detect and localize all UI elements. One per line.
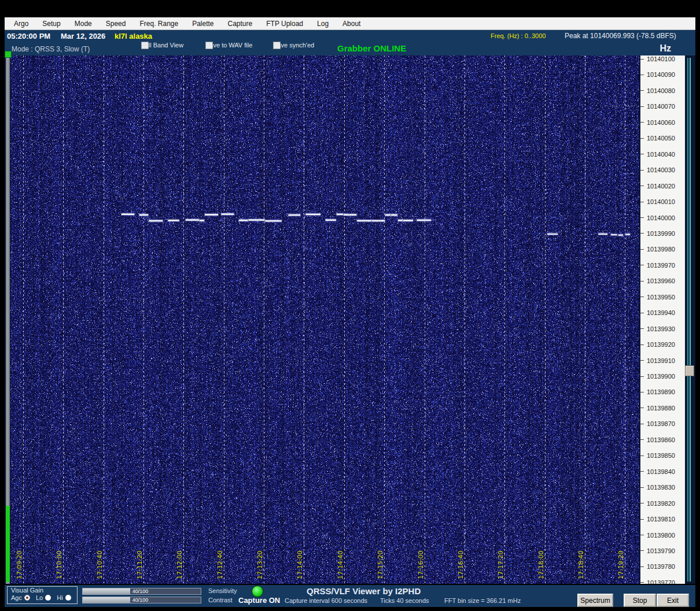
contrast-label: Contrast	[208, 597, 233, 603]
fft-bin-size-label: FFT bin size = 366.21 mHz	[444, 597, 521, 604]
mode-row: Mode : QRSS 3, Slow (T) Full Band View S…	[5, 43, 695, 55]
contrast-slider[interactable]: 40/100	[82, 597, 201, 603]
freq-tick-mark	[640, 106, 644, 107]
freq-value: 10139990	[647, 230, 675, 237]
frequency-scale[interactable]: 1014010010140090101400801014007010140060…	[640, 55, 685, 584]
menu-setup[interactable]: Setup	[42, 20, 60, 28]
contrast-value: 40/100	[132, 597, 149, 603]
mode-label: Mode : QRSS 3, Slow (T)	[12, 45, 90, 53]
freq-tick-mark	[640, 582, 644, 583]
freq-scale-label: 10139790	[640, 547, 675, 555]
level-gauge-fill	[6, 506, 10, 582]
menu-capture[interactable]: Capture	[228, 20, 253, 28]
menu-about[interactable]: About	[342, 20, 360, 28]
agc-radio[interactable]	[24, 595, 30, 601]
frequency-scroll-thumb[interactable]	[685, 365, 694, 376]
freq-tick-mark	[640, 59, 644, 60]
menu-log[interactable]: Log	[317, 20, 329, 28]
band-marker-line	[687, 58, 688, 582]
freq-value: 10139940	[647, 309, 675, 316]
freq-value: 10139920	[647, 341, 675, 348]
freq-value: 10140080	[647, 87, 675, 94]
freq-tick-mark	[640, 281, 644, 282]
lo-radio[interactable]	[45, 595, 51, 601]
freq-scale-label: 10139830	[640, 483, 675, 491]
freq-tick-mark	[640, 424, 644, 424]
freq-tick-mark	[640, 487, 644, 488]
menu-speed[interactable]: Speed	[106, 20, 126, 28]
freq-value: 10139850	[647, 452, 675, 459]
capture-status: Capture ON	[238, 596, 280, 605]
freq-scale-label: 10139970	[640, 261, 675, 269]
freq-value: 10139970	[647, 262, 675, 269]
freq-scale-label: 10140070	[640, 102, 675, 110]
freq-tick-mark	[640, 313, 644, 313]
hz-unit-label: Hz	[660, 43, 671, 54]
freq-tick-mark	[640, 233, 644, 234]
callsign-label: kl7l alaska	[115, 32, 152, 40]
freq-scale-label: 10139770	[640, 579, 675, 584]
sensitivity-label: Sensitivity	[208, 587, 237, 594]
freq-value: 10139800	[647, 532, 675, 539]
spectrum-button[interactable]: Spectrum	[577, 594, 613, 607]
freq-scale-label: 10139990	[640, 229, 675, 238]
freq-value: 10139870	[647, 420, 675, 427]
sensitivity-slider[interactable]: 40/100	[82, 588, 201, 595]
freq-scale-label: 10140040	[640, 150, 675, 158]
freq-tick-mark	[640, 217, 644, 218]
capture-interval-label: Capture interval 600 seconds	[285, 597, 367, 604]
freq-scale-label: 10139840	[640, 468, 675, 476]
menu-argo[interactable]: Argo	[14, 20, 28, 28]
freq-value: 10139930	[647, 325, 675, 332]
menu-palette[interactable]: Palette	[192, 20, 213, 28]
freq-tick-mark	[640, 75, 644, 75]
freq-tick-mark	[640, 122, 644, 123]
freq-value: 10140000	[647, 214, 675, 221]
freq-value: 10139820	[647, 500, 675, 507]
agc-radio-label: Agc	[11, 594, 22, 601]
freq-scale-label: 10140080	[640, 87, 675, 95]
hi-radio[interactable]	[65, 595, 71, 601]
frequency-scroll-zone	[685, 55, 695, 584]
freq-value: 10140100	[647, 55, 675, 62]
exit-button[interactable]: Exit	[657, 594, 689, 607]
freq-value: 10140010	[647, 198, 675, 205]
freq-tick-mark	[640, 456, 644, 456]
freq-value: 10139890	[647, 388, 675, 395]
peak-readout: Peak at 10140069.993 (-78.5 dBFS)	[565, 32, 676, 40]
freq-range-readout: Freq. (Hz) : 0..3000	[491, 32, 546, 39]
freq-tick-mark	[640, 566, 644, 567]
freq-tick-mark	[640, 249, 644, 250]
visual-gain-label: Visual Gain	[11, 587, 43, 594]
freq-tick-mark	[640, 297, 644, 297]
checkbox-label: Save to WAV file	[205, 42, 252, 49]
freq-tick-mark	[640, 376, 644, 377]
freq-value: 10139960	[647, 277, 675, 284]
freq-scale-label: 10140050	[640, 134, 675, 142]
freq-scale-label: 10140000	[640, 214, 675, 222]
freq-value: 10139880	[647, 405, 675, 412]
freq-scale-label: 10139800	[640, 531, 675, 539]
freq-value: 10140050	[647, 135, 675, 142]
freq-scale-label: 10139820	[640, 499, 675, 508]
freq-scale-label: 10139930	[640, 325, 675, 333]
freq-value: 10140040	[647, 151, 675, 158]
menu-freq-range[interactable]: Freq. Range	[139, 20, 178, 28]
level-gauge-track	[6, 55, 10, 584]
freq-tick-mark	[640, 202, 644, 202]
hi-radio-label: Hi	[57, 594, 62, 601]
freq-tick-mark	[640, 408, 644, 408]
freq-value: 10139830	[647, 484, 675, 491]
menu-bar: ArgoSetupModeSpeedFreq. RangePaletteCapt…	[5, 17, 695, 30]
freq-scale-label: 10139980	[640, 245, 675, 253]
stop-button[interactable]: Stop	[624, 594, 656, 607]
freq-value: 10139950	[647, 294, 675, 301]
freq-value: 10140030	[647, 166, 675, 173]
freq-tick-mark	[640, 90, 644, 91]
freq-value: 10139860	[647, 436, 675, 443]
menu-mode[interactable]: Mode	[75, 20, 92, 28]
freq-value: 10139770	[647, 579, 675, 584]
checkbox-label: Full Band View	[141, 42, 183, 49]
menu-ftp-upload[interactable]: FTP Upload	[266, 20, 303, 28]
spectrogram-waterfall[interactable]	[10, 55, 639, 584]
